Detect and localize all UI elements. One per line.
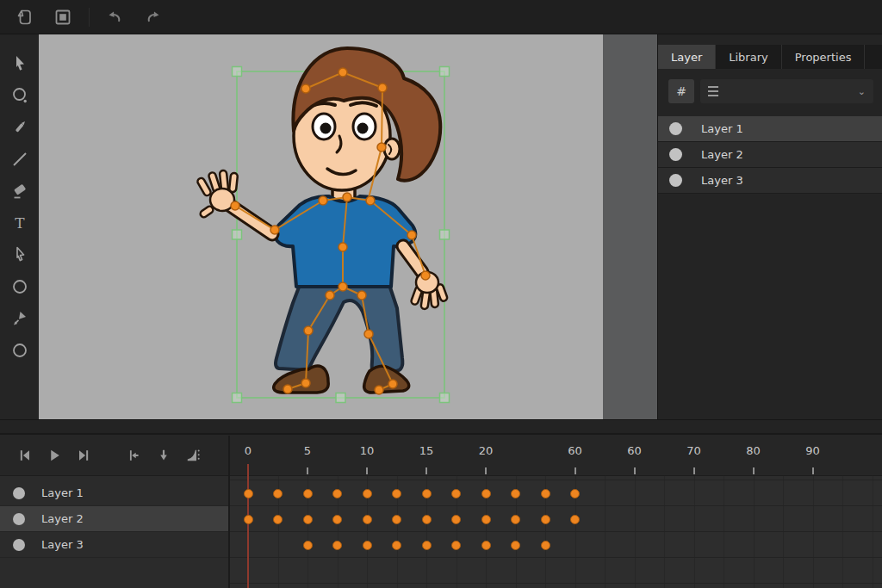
layer-visibility-dot[interactable] bbox=[669, 122, 682, 135]
timeline-top-strip bbox=[0, 420, 882, 435]
canvas-gutter bbox=[603, 34, 657, 419]
keyframe-dot[interactable] bbox=[570, 515, 580, 524]
layer-visibility-dot[interactable] bbox=[669, 174, 682, 187]
keyframe-dot[interactable] bbox=[273, 489, 283, 498]
keyframe-dot[interactable] bbox=[511, 541, 520, 550]
ruler-label: 10 bbox=[360, 444, 375, 457]
tab-library[interactable]: Library bbox=[716, 45, 781, 69]
keyframe-dot[interactable] bbox=[332, 541, 342, 550]
grid-line bbox=[873, 476, 873, 588]
keyframe-dot[interactable] bbox=[422, 515, 432, 524]
grid-line bbox=[694, 476, 695, 588]
keyframe-dot[interactable] bbox=[363, 541, 372, 550]
ellipse-select-tool[interactable] bbox=[7, 85, 33, 106]
layer-row[interactable]: Layer 2 bbox=[658, 142, 882, 168]
keyframe-dot[interactable] bbox=[451, 541, 461, 550]
track-visibility-dot[interactable] bbox=[13, 513, 25, 525]
layer-row[interactable]: Layer 1 bbox=[658, 116, 882, 142]
keyframe-dot[interactable] bbox=[451, 489, 461, 498]
redo-button[interactable] bbox=[140, 4, 166, 30]
line-tool[interactable] bbox=[7, 149, 33, 170]
new-document-icon bbox=[15, 8, 34, 27]
layer-visibility-dot[interactable] bbox=[669, 148, 682, 161]
timeline-track-row[interactable]: Layer 2 bbox=[0, 506, 228, 532]
keyframe-dot[interactable] bbox=[422, 541, 432, 550]
previous-keyframe-button[interactable] bbox=[123, 444, 146, 467]
tab-properties[interactable]: Properties bbox=[782, 45, 866, 69]
tab-layer[interactable]: Layer bbox=[658, 45, 716, 69]
play-button[interactable] bbox=[43, 444, 65, 467]
select-tool[interactable] bbox=[7, 53, 33, 74]
keyframe-dot[interactable] bbox=[392, 541, 401, 550]
new-document-button[interactable] bbox=[11, 4, 37, 30]
keyframe-dot[interactable] bbox=[511, 489, 520, 498]
keyframe-dot[interactable] bbox=[332, 515, 342, 524]
keyframe-dot[interactable] bbox=[541, 515, 550, 524]
layer-name-label: Layer 3 bbox=[701, 174, 743, 187]
ruler-tick bbox=[753, 467, 755, 474]
keyframe-dot[interactable] bbox=[570, 489, 580, 498]
keyframe-dot[interactable] bbox=[303, 541, 313, 550]
keyframe-dot[interactable] bbox=[363, 515, 372, 524]
timeline-tracks-divider bbox=[228, 476, 230, 588]
keyframe-dot[interactable] bbox=[422, 489, 432, 498]
artboard-icon bbox=[53, 8, 72, 27]
keyframe-dot[interactable] bbox=[244, 489, 253, 498]
keyframe-dot[interactable] bbox=[273, 515, 283, 524]
ruler-label: 80 bbox=[746, 444, 761, 457]
panel-tabs: Layer Library Properties bbox=[658, 45, 882, 69]
keyframe-dot[interactable] bbox=[303, 489, 313, 498]
timeline-track-row[interactable]: Layer 3 bbox=[0, 532, 228, 558]
grid-line bbox=[842, 476, 843, 588]
artboard-button[interactable] bbox=[50, 4, 76, 30]
keyframe-dot[interactable] bbox=[303, 515, 313, 524]
left-toolbar: T bbox=[0, 34, 39, 419]
skip-to-end-button[interactable] bbox=[72, 444, 95, 467]
layer-options-dropdown[interactable]: ⌄ bbox=[700, 79, 873, 103]
keyframe-dot[interactable] bbox=[541, 489, 550, 498]
canvas[interactable] bbox=[39, 34, 603, 419]
keyframe-dot[interactable] bbox=[392, 515, 401, 524]
grid-line bbox=[664, 476, 665, 588]
track-visibility-dot[interactable] bbox=[13, 539, 25, 551]
insert-keyframe-button[interactable] bbox=[152, 444, 175, 467]
layer-row[interactable]: Layer 3 bbox=[658, 168, 882, 194]
keyframe-dot[interactable] bbox=[451, 515, 461, 524]
keyframe-dot[interactable] bbox=[541, 541, 550, 550]
skip-to-start-button[interactable] bbox=[14, 444, 36, 467]
undo-icon bbox=[104, 7, 125, 28]
keyframe-dot[interactable] bbox=[392, 489, 401, 498]
keyframe-dot[interactable] bbox=[244, 515, 253, 524]
circle-tool[interactable] bbox=[7, 276, 33, 297]
keyframe-dot[interactable] bbox=[481, 541, 491, 550]
pen-tool[interactable] bbox=[7, 117, 33, 138]
layer-list: Layer 1Layer 2Layer 3 bbox=[658, 116, 882, 194]
playhead[interactable] bbox=[247, 464, 249, 588]
keyframe-dot[interactable] bbox=[481, 489, 491, 498]
chevron-down-icon: ⌄ bbox=[858, 86, 866, 97]
knife-tool[interactable] bbox=[7, 308, 33, 329]
keyframe-dot[interactable] bbox=[363, 489, 372, 498]
ruler-label: 15 bbox=[419, 444, 434, 457]
hash-filter-button[interactable]: # bbox=[668, 79, 694, 103]
track-visibility-dot[interactable] bbox=[13, 487, 25, 499]
ruler-tick bbox=[366, 467, 368, 474]
easing-curve-button[interactable] bbox=[182, 444, 204, 467]
character-jeans bbox=[276, 285, 402, 371]
eraser-tool[interactable] bbox=[7, 181, 33, 201]
timeline-track-row[interactable]: Layer 1 bbox=[0, 480, 228, 506]
direct-select-tool[interactable] bbox=[7, 244, 33, 265]
ruler-tick bbox=[307, 467, 308, 474]
ruler-label: 60 bbox=[627, 444, 642, 457]
pen-tool-icon bbox=[9, 117, 30, 138]
keyframe-dot[interactable] bbox=[481, 515, 491, 524]
grid-line bbox=[783, 476, 784, 588]
shape-circle-tool[interactable] bbox=[7, 340, 33, 361]
keyframe-dot[interactable] bbox=[511, 515, 520, 524]
keyframe-dot[interactable] bbox=[332, 489, 342, 498]
character[interactable] bbox=[196, 48, 448, 393]
undo-button[interactable] bbox=[102, 4, 127, 30]
line-tool-icon bbox=[9, 149, 30, 170]
ellipse-select-tool-icon bbox=[9, 85, 30, 106]
text-tool[interactable]: T bbox=[7, 213, 33, 233]
